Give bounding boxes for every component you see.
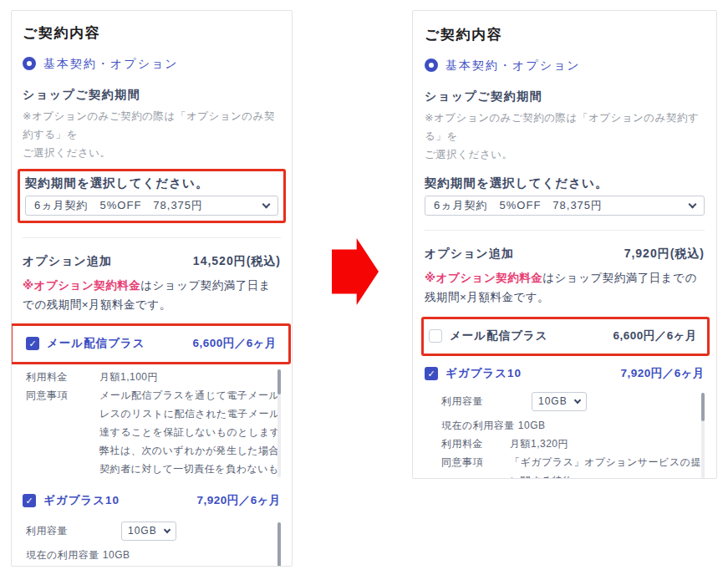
detail-row-terms: 同意事項 「ギガプラス」オプションサービスの提供 に関する特約 第１条（本特約の… [441, 453, 691, 479]
detail-value: 月額1,320円 [510, 435, 568, 453]
detail-row-terms: 同意事項 メール配信プラスを通じて電子メールアド レスのリストに配信された電子メ… [26, 386, 267, 479]
contract-period-select[interactable]: 6ヵ月契約 5%OFF 78,375円 [25, 196, 278, 216]
options-total: 7,920円(税込) [624, 247, 705, 262]
screenshot-root: ご契約内容 基本契約・オプション ショップご契約期間 ※オプションのみご契約の際… [0, 0, 728, 575]
options-heading: オプション追加 [23, 254, 112, 269]
giga-option-details: 利用容量 10GB 現在の利用容量 10GB 利用料金 月額1,320円 同意事… [26, 521, 281, 567]
detail-label: 利用料金 [441, 435, 507, 453]
capacity-select[interactable]: 10GB [532, 392, 587, 411]
detail-label: 同意事項 [26, 386, 96, 405]
period-select-label: 契約期間を選択してください。 [425, 175, 705, 191]
giga-option-checkbox[interactable] [23, 494, 36, 507]
period-select-group: 契約期間を選択してください。 6ヵ月契約 5%OFF 78,375円 [425, 175, 705, 216]
giga-option-price: 7,920円／6ヶ月 [620, 366, 705, 381]
detail-value: 月額1,100円 [99, 368, 158, 386]
detail-label: 同意事項 [441, 453, 507, 471]
giga-option-price: 7,920円／6ヶ月 [196, 493, 281, 508]
contract-period-select[interactable]: 6ヵ月契約 5%OFF 78,375円 [425, 196, 705, 216]
scrollbar-thumb[interactable] [277, 522, 281, 567]
radio-basic-contract[interactable]: 基本契約・オプション [23, 56, 281, 71]
detail-value: 10GB [103, 546, 130, 564]
radio-selected-icon [23, 57, 36, 70]
options-note: ※オプション契約料金はショップ契約満了日までの残期間×月額料金です。 [23, 276, 281, 314]
mail-option-price: 6,600円／6ヶ月 [613, 328, 697, 343]
detail-row-fee: 利用料金 月額1,320円 [26, 564, 267, 567]
detail-value: 「ギガプラス」オプションサービスの提供 に関する特約 第１条（本特約の適用） 1… [510, 453, 705, 479]
page-title: ご契約内容 [23, 24, 281, 43]
radio-label: 基本契約・オプション [445, 58, 581, 73]
options-note-highlight: ※オプション契約料金 [425, 272, 542, 284]
mail-option-checkbox[interactable] [26, 337, 39, 350]
detail-row-current: 現在の利用容量 10GB [441, 416, 691, 435]
giga-option-label: ギガプラス10 [43, 493, 120, 508]
mail-option-checkbox[interactable] [429, 329, 442, 343]
mail-option-price: 6,600円／6ヶ月 [192, 336, 277, 351]
detail-label: 利用料金 [26, 564, 96, 567]
capacity-select[interactable]: 10GB [121, 522, 176, 541]
detail-label: 利用容量 [26, 521, 96, 541]
select-value: 6ヵ月契約 5%OFF 78,375円 [434, 198, 603, 213]
detail-row-fee: 利用料金 月額1,100円 [26, 368, 267, 386]
mail-option-details: 利用料金 月額1,100円 同意事項 メール配信プラスを通じて電子メールアド レ… [26, 368, 281, 479]
detail-row-fee: 利用料金 月額1,320円 [441, 435, 691, 453]
select-value: 10GB [538, 391, 568, 411]
highlight-box-mail-option: メール配信プラス 6,600円／6ヶ月 [11, 323, 291, 364]
detail-label: 利用料金 [26, 368, 96, 386]
options-note: ※オプション契約料金はショップ契約満了日までの残期間×月額料金です。 [425, 268, 705, 307]
giga-option-label: ギガプラス10 [445, 366, 522, 381]
scrollbar[interactable] [277, 522, 281, 567]
mail-option-label: メール配信プラス [450, 328, 548, 343]
section-divider [23, 237, 281, 238]
mail-option-label: メール配信プラス [47, 336, 145, 351]
scrollbar-thumb[interactable] [701, 393, 705, 421]
radio-basic-contract[interactable]: 基本契約・オプション [425, 58, 705, 73]
options-note-highlight: ※オプション契約料金 [23, 279, 140, 292]
select-value: 6ヵ月契約 5%OFF 78,375円 [34, 198, 203, 213]
page-title: ご契約内容 [425, 26, 705, 44]
radio-label: 基本契約・オプション [43, 56, 179, 71]
chevron-down-icon [164, 526, 171, 532]
detail-row-current: 現在の利用容量 10GB [26, 546, 267, 564]
highlight-box-period: 契約期間を選択してください。 6ヵ月契約 5%OFF 78,375円 [18, 169, 286, 223]
radio-selected-icon [425, 59, 438, 72]
scrollbar[interactable] [701, 393, 705, 479]
detail-value: 月額1,320円 [99, 564, 158, 567]
options-heading: オプション追加 [425, 247, 514, 262]
period-note: ※オプションのみご契約の際は「オプションのみ契約する」を ご選択ください。 [425, 109, 705, 164]
detail-value: メール配信プラスを通じて電子メールアド レスのリストに配信された電子メールが到 … [99, 386, 281, 479]
chevron-down-icon [262, 200, 271, 208]
highlight-box-mail-option: メール配信プラス 6,600円／6ヶ月 [421, 317, 710, 356]
contract-panel-before: ご契約内容 基本契約・オプション ショップご契約期間 ※オプションのみご契約の際… [11, 10, 293, 567]
detail-label: 利用容量 [441, 391, 507, 411]
period-select-label: 契約期間を選択してください。 [25, 175, 278, 191]
options-total: 14,520円(税込) [193, 254, 281, 269]
options-header: オプション追加 14,520円(税込) [23, 254, 281, 269]
chevron-down-icon [689, 200, 697, 208]
section-heading-period: ショップご契約期間 [23, 87, 281, 102]
section-divider [425, 230, 705, 231]
detail-row-capacity: 利用容量 10GB [26, 521, 267, 541]
scrollbar[interactable] [277, 369, 281, 477]
detail-value: 10GB [518, 416, 546, 435]
period-note: ※オプションのみご契約の際は「オプションのみ契約する」を ご選択ください。 [23, 107, 281, 162]
detail-row-capacity: 利用容量 10GB [441, 391, 691, 411]
contract-panel-after: ご契約内容 基本契約・オプション ショップご契約期間 ※オプションのみご契約の際… [412, 10, 717, 479]
red-arrow-icon [332, 238, 379, 305]
giga-option-row[interactable]: ギガプラス10 7,920円／6ヶ月 [425, 366, 705, 381]
giga-option-checkbox[interactable] [425, 367, 438, 380]
select-value: 10GB [128, 521, 157, 541]
mail-option-row[interactable]: メール配信プラス 6,600円／6ヶ月 [429, 328, 697, 343]
chevron-down-icon [574, 396, 581, 403]
giga-option-details: 利用容量 10GB 現在の利用容量 10GB 利用料金 月額1,320円 同意事… [441, 391, 705, 479]
scrollbar-thumb[interactable] [277, 369, 281, 394]
options-header: オプション追加 7,920円(税込) [425, 247, 705, 262]
detail-label: 現在の利用容量 [26, 546, 99, 564]
detail-label: 現在の利用容量 [441, 416, 515, 435]
mail-option-row[interactable]: メール配信プラス 6,600円／6ヶ月 [26, 336, 277, 351]
section-heading-period: ショップご契約期間 [425, 89, 705, 104]
giga-option-row[interactable]: ギガプラス10 7,920円／6ヶ月 [23, 493, 281, 508]
